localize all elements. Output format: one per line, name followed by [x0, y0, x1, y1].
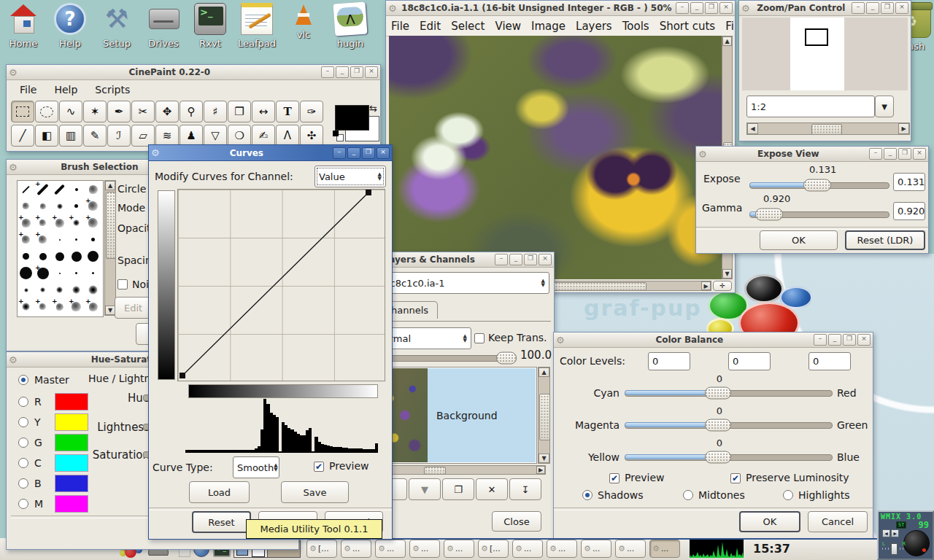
close-button[interactable]: × — [377, 147, 390, 159]
color-level-entry-1[interactable]: 0 — [648, 352, 690, 370]
shade-button[interactable]: – — [495, 254, 508, 265]
curve-type-combo[interactable]: Smooth ▲▼ — [233, 456, 279, 478]
range-shadows[interactable]: Shadows — [582, 489, 644, 501]
brush-swatch[interactable] — [34, 198, 51, 214]
brush-swatch[interactable] — [51, 281, 68, 298]
channel-combo[interactable]: Value ▲▼ — [314, 166, 386, 187]
expose-view-window[interactable]: ⚙ Expose View – _ ❐ × Expose 0.131 0.131… — [695, 146, 929, 254]
zoom-pan-titlebar[interactable]: ⚙ Zoom/Pan Control – _ ❐ × — [739, 1, 911, 16]
brush-swatch[interactable]: + — [68, 298, 85, 315]
image-window-titlebar[interactable]: ⚙ 18c8c1c0.ia-1.1 (16-bit Unsigned Integ… — [386, 1, 735, 16]
channel-radio[interactable] — [18, 417, 28, 427]
lower-layer-button[interactable]: ▼ — [409, 478, 441, 500]
brush-swatch[interactable]: + — [34, 231, 51, 248]
balance-handle[interactable] — [891, 543, 898, 555]
delete-layer-button[interactable]: ✕ — [476, 478, 508, 500]
tool-paintbrush[interactable]: ℐ — [107, 125, 131, 147]
menu-file[interactable]: File — [11, 84, 45, 96]
brush-swatch[interactable] — [34, 248, 51, 265]
cyan-red-slider[interactable] — [625, 386, 833, 400]
desktop-icon-drives[interactable]: Drives — [140, 3, 187, 49]
brush-swatch[interactable] — [85, 231, 101, 248]
close-button[interactable]: × — [913, 148, 926, 160]
brush-swatch[interactable] — [51, 265, 68, 281]
minimize-button[interactable]: _ — [866, 2, 879, 14]
desktop-icon-home[interactable]: Home — [0, 3, 47, 49]
hue-sat-channel-m[interactable]: M — [18, 495, 88, 513]
brush-swatch[interactable] — [68, 198, 85, 214]
tool-smudge[interactable]: ✍ — [252, 125, 275, 147]
anchor-layer-button[interactable]: ↧ — [509, 478, 541, 500]
magenta-green-slider[interactable] — [625, 418, 833, 432]
maximize-button[interactable]: ❐ — [881, 2, 894, 14]
wmix-balance-slider[interactable]: L R — [882, 541, 906, 554]
hue-sat-channel-b[interactable]: B — [18, 475, 88, 492]
scroll-right-icon[interactable]: ▶ — [536, 466, 545, 474]
image-select-combo[interactable]: 18c8c1c0.ia-1 ▲▼ — [374, 272, 549, 294]
slider-handle[interactable] — [496, 352, 517, 365]
tool-rect-select[interactable] — [11, 101, 34, 122]
tool-eraser[interactable]: ▱ — [131, 125, 155, 147]
task-button-5[interactable]: ⚙... — [444, 540, 474, 558]
scroll-up-icon[interactable]: ▲ — [722, 36, 732, 46]
tool-pencil[interactable]: ✎ — [83, 125, 107, 147]
scroll-up-icon[interactable]: ▲ — [105, 181, 115, 190]
range-midtones[interactable]: Midtones — [683, 489, 745, 501]
task-button-8[interactable]: ⚙... — [547, 540, 577, 558]
hue-sat-channel-master[interactable]: Master — [18, 374, 69, 386]
menu-layers[interactable]: Layers — [571, 20, 617, 33]
brush-scrollbar[interactable]: ▲ ▼ — [104, 180, 116, 316]
brush-swatch[interactable] — [34, 281, 51, 298]
desktop-icon-setup[interactable]: ⚒Setup — [93, 3, 140, 49]
task-button-2[interactable]: ⚙... — [341, 540, 371, 558]
cb-ok-button[interactable]: OK — [739, 511, 800, 532]
scroll-right-icon[interactable]: ▶ — [898, 123, 909, 134]
brush-swatch[interactable]: + — [85, 214, 101, 231]
brush-swatch[interactable] — [18, 265, 34, 281]
slider-handle[interactable] — [705, 451, 731, 464]
tool-measure[interactable]: Λ — [276, 125, 299, 147]
scrollbar-thumb[interactable] — [811, 124, 842, 135]
scroll-down-icon[interactable]: ▼ — [722, 269, 732, 279]
task-button-3[interactable]: ⚙... — [375, 540, 406, 558]
desktop-icon-rxvt[interactable]: Rxvt — [187, 3, 234, 49]
brush-swatch[interactable] — [18, 198, 34, 214]
cb-preview-checkbox[interactable]: ✔ — [609, 473, 620, 483]
brush-swatch[interactable]: + — [18, 231, 34, 248]
close-button[interactable]: × — [539, 254, 552, 265]
brush-swatch[interactable] — [85, 281, 101, 298]
noise-checkbox[interactable] — [117, 279, 128, 289]
tool-lasso[interactable]: ∿ — [59, 101, 82, 122]
yellow-blue-slider[interactable] — [625, 450, 833, 464]
maximize-button[interactable]: ❐ — [524, 254, 537, 265]
tool-gradient[interactable]: ▥ — [59, 125, 82, 147]
maximize-button[interactable]: ❐ — [705, 2, 718, 14]
desktop-icon-leafpad[interactable]: Leafpad — [234, 3, 280, 49]
layer-row-body[interactable]: Background — [428, 368, 536, 462]
shade-button[interactable]: – — [321, 66, 334, 78]
layer-h-scrollbar[interactable]: ◀ ▶ — [372, 465, 546, 475]
scroll-right-icon[interactable]: ▶ — [701, 281, 711, 290]
zoom-ratio-dropdown-button[interactable]: ▼ — [875, 96, 894, 117]
tool-scissors[interactable]: ✂ — [131, 101, 155, 122]
gamma-slider[interactable] — [749, 208, 889, 221]
desktop-icon-hugin[interactable]: hugin — [327, 3, 374, 49]
brush-swatch[interactable]: + — [18, 298, 34, 315]
task-button-1[interactable]: ⚙[... — [306, 540, 337, 558]
hue-sat-channel-g[interactable]: G — [18, 434, 88, 451]
range-radio[interactable] — [582, 490, 593, 500]
minimize-button[interactable]: _ — [828, 334, 841, 346]
menu-edit[interactable]: Edit — [414, 20, 446, 33]
tool-airbrush[interactable]: ≋ — [155, 125, 179, 147]
close-button[interactable]: × — [857, 334, 871, 346]
shade-button[interactable]: – — [333, 147, 346, 159]
shade-button[interactable]: – — [852, 2, 865, 14]
zoom-pan-scrollbar[interactable]: ◀ ▶ — [746, 122, 910, 135]
brush-swatch[interactable]: + — [51, 214, 68, 231]
menu-file[interactable]: File — [386, 20, 414, 33]
channel-radio[interactable] — [18, 397, 28, 407]
brush-swatch[interactable] — [18, 281, 34, 298]
tool-magic-wand[interactable]: ✶ — [83, 101, 107, 122]
task-button-7[interactable]: ⚙... — [512, 540, 543, 558]
color-balance-titlebar[interactable]: ⚙ Color Balance – _ ❐ × — [554, 332, 873, 348]
